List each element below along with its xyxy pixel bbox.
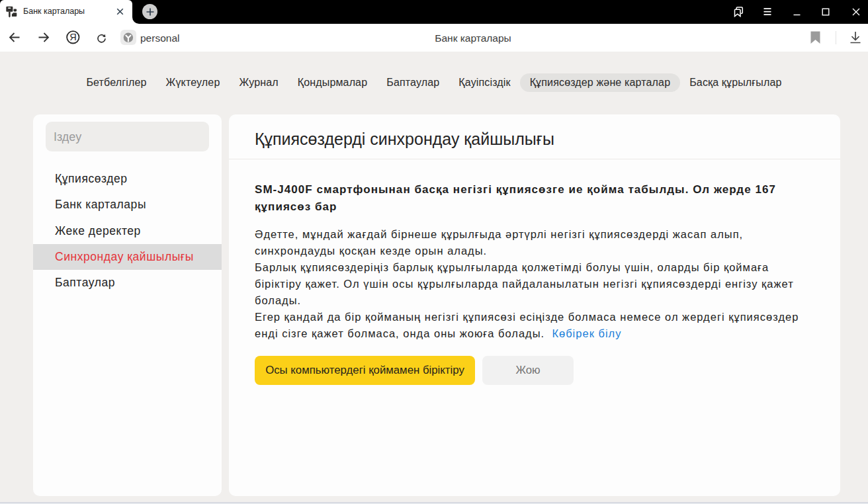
svg-text:Я: Я <box>69 32 76 42</box>
